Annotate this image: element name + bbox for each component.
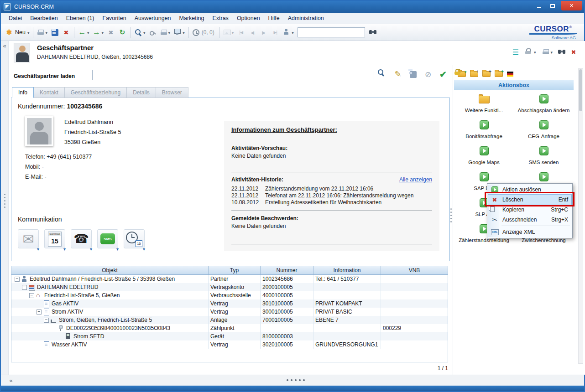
context-menu-item-delete[interactable]: Löschen Entf bbox=[488, 195, 571, 205]
nav-prev-button[interactable] bbox=[247, 27, 258, 38]
column-header-objekt[interactable]: Objekt bbox=[11, 266, 209, 274]
menu-item-favoriten[interactable]: Favoriten bbox=[99, 14, 131, 23]
tab-info[interactable]: Info bbox=[12, 87, 34, 98]
print-record-dropdown-caret[interactable] bbox=[550, 49, 553, 55]
collapse-left-button[interactable] bbox=[1, 42, 8, 49]
menu-item-extras[interactable]: Extras bbox=[208, 14, 232, 23]
monitor-button[interactable] bbox=[172, 27, 186, 38]
action-ceg-anfrage[interactable]: CEG-Anfrage bbox=[514, 118, 574, 144]
scrollbar-thumb[interactable] bbox=[579, 69, 582, 111]
search-button[interactable] bbox=[377, 68, 389, 80]
lock-button[interactable] bbox=[523, 46, 538, 57]
show-all-link[interactable]: Alle anzeigen bbox=[399, 176, 432, 183]
confirm-button[interactable] bbox=[437, 68, 449, 80]
column-header-typ[interactable]: Typ bbox=[209, 266, 261, 274]
up-level-button[interactable] bbox=[470, 71, 478, 77]
save-button[interactable] bbox=[49, 27, 60, 38]
find-button[interactable] bbox=[367, 27, 378, 38]
forward-dropdown-caret[interactable] bbox=[102, 29, 104, 36]
sms-action-button[interactable]: SMS bbox=[97, 229, 118, 248]
appointment-action-button[interactable]: Samstag15 bbox=[44, 229, 65, 248]
delete-button[interactable] bbox=[61, 27, 72, 38]
table-row[interactable]: Friedrich-List-Straße 5, Gießen Verbrauc… bbox=[11, 291, 448, 299]
forward-button[interactable] bbox=[91, 27, 105, 38]
bottom-splitter-handle[interactable] bbox=[287, 379, 288, 381]
table-row[interactable]: Strom AKTIV Vertrag3000100005PRIVAT BASI… bbox=[11, 308, 448, 316]
context-menu-item-trigger-action[interactable]: Aktion auslösen bbox=[488, 185, 571, 195]
column-header-information[interactable]: Information bbox=[313, 266, 381, 274]
context-menu-item-cut[interactable]: Ausschneiden Strg+X bbox=[488, 215, 571, 225]
email-action-button[interactable] bbox=[18, 229, 39, 248]
preview-button[interactable] bbox=[133, 27, 147, 38]
phone-dropdown-caret[interactable] bbox=[90, 246, 92, 252]
context-menu-item-copy[interactable]: Kopieren Strg+C bbox=[488, 205, 571, 215]
image-button[interactable] bbox=[222, 28, 235, 37]
table-row[interactable]: DAHLMANN EDELTRUD Vertragskonto200010000… bbox=[11, 283, 448, 291]
tree-expander[interactable] bbox=[22, 285, 27, 290]
loader-input[interactable] bbox=[92, 70, 374, 80]
refresh-button[interactable] bbox=[117, 27, 128, 38]
context-menu-item-show-xml[interactable]: Anzeige XML bbox=[488, 227, 571, 237]
menu-item-hilfe[interactable]: Hilfe bbox=[264, 14, 284, 23]
edit-button[interactable] bbox=[392, 68, 404, 80]
monitor-dropdown-caret[interactable] bbox=[183, 29, 185, 36]
folder-add-button[interactable] bbox=[482, 71, 491, 77]
left-splitter-handle[interactable] bbox=[4, 194, 5, 195]
tree-expander[interactable] bbox=[15, 277, 20, 282]
task-dropdown-caret[interactable] bbox=[143, 246, 145, 252]
layout-menu-button[interactable] bbox=[512, 48, 520, 56]
nav-last-button[interactable] bbox=[270, 27, 281, 38]
tree-expander[interactable] bbox=[29, 293, 34, 298]
maximize-button[interactable] bbox=[546, 1, 559, 10]
cancel-button[interactable] bbox=[105, 27, 116, 38]
menu-item-bearbeiten[interactable]: Bearbeiten bbox=[26, 14, 62, 23]
action-weitere-funktionen[interactable]: Weitere Funkti... bbox=[454, 92, 514, 118]
table-row[interactable]: DE000229353984000100023N5035O0843 Zählpu… bbox=[11, 324, 448, 332]
table-row[interactable]: Strom, Gießen, Friedrich-List-Straße 5 A… bbox=[11, 316, 448, 324]
table-row[interactable]: Edeltrud Dahlmann / Friedrich-List-Straß… bbox=[11, 275, 448, 283]
menu-item-marketing[interactable]: Marketing bbox=[175, 14, 209, 23]
save-record-button[interactable] bbox=[407, 68, 419, 80]
preview-dropdown-caret[interactable] bbox=[143, 29, 146, 36]
action-sms-senden[interactable]: SMS senden bbox=[514, 144, 574, 170]
new-dropdown-caret[interactable] bbox=[27, 29, 30, 36]
history-entry[interactable]: 22.11.2012Zählerstandsmeldung vom 22.11.… bbox=[231, 186, 432, 192]
print-list-dropdown-caret[interactable] bbox=[168, 29, 171, 36]
tab-geschaeftsbeziehung[interactable]: Geschäftsbeziehung bbox=[65, 87, 127, 98]
back-button[interactable] bbox=[77, 27, 91, 38]
panel-splitter-handle[interactable] bbox=[450, 208, 452, 210]
menu-item-datei[interactable]: Datei bbox=[5, 14, 26, 23]
print-dropdown-caret[interactable] bbox=[45, 29, 47, 36]
person-search-button[interactable] bbox=[281, 27, 295, 38]
folder-add-green-button[interactable] bbox=[495, 71, 503, 77]
lock-dropdown-caret[interactable] bbox=[534, 49, 536, 55]
email-dropdown-caret[interactable] bbox=[37, 246, 39, 252]
column-header-nummer[interactable]: Nummer bbox=[261, 266, 313, 274]
history-entry[interactable]: 22.11.2012Telefonat am 22.11.2012 16:06:… bbox=[231, 192, 432, 199]
sms-dropdown-caret[interactable] bbox=[116, 246, 119, 252]
quick-search-input[interactable] bbox=[298, 27, 365, 37]
actionbox-scrollbar[interactable] bbox=[578, 68, 583, 364]
collapse-bottom-button[interactable] bbox=[7, 377, 15, 384]
menu-item-administration[interactable]: Administration bbox=[284, 14, 328, 23]
print-record-button[interactable] bbox=[541, 47, 554, 57]
menu-item-auswertungen[interactable]: Auswertungen bbox=[131, 14, 175, 23]
discard-button[interactable] bbox=[422, 68, 434, 80]
table-row[interactable]: Wasser AKTIV Vertrag3020100005GRUNDVERSO… bbox=[11, 340, 448, 349]
column-header-vnb[interactable]: VNB bbox=[381, 266, 448, 274]
action-bonitaetsabfrage[interactable]: Bonitätsabfrage bbox=[454, 118, 514, 144]
back-dropdown-caret[interactable] bbox=[87, 29, 89, 36]
print-list-button[interactable] bbox=[159, 28, 172, 37]
person-search-dropdown-caret[interactable] bbox=[292, 29, 294, 36]
tab-kontakt[interactable]: Kontakt bbox=[34, 87, 65, 98]
tree-expander[interactable] bbox=[37, 309, 42, 315]
history-entry[interactable]: 10.08.2012Erstellung Adressetiketten für… bbox=[231, 199, 432, 206]
tree-expander[interactable] bbox=[44, 318, 49, 323]
close-record-button[interactable] bbox=[569, 48, 578, 56]
new-button[interactable]: Neu bbox=[4, 27, 31, 38]
search-record-button[interactable] bbox=[558, 48, 566, 56]
menu-item-optionen[interactable]: Optionen bbox=[233, 14, 264, 23]
tab-browser[interactable]: Browser bbox=[156, 87, 188, 98]
table-row[interactable]: Strom SETD Gerät8100000003 bbox=[11, 332, 448, 340]
image-dropdown-caret[interactable] bbox=[232, 29, 234, 36]
